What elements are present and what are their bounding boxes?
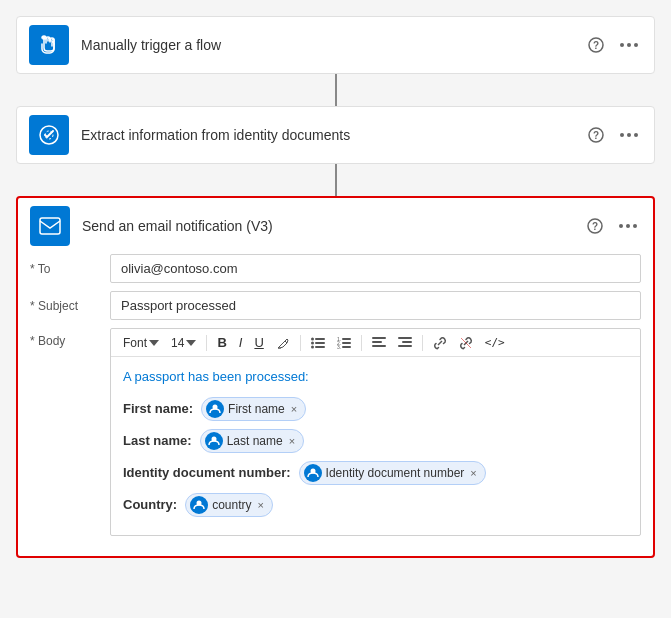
- id-number-label: Identity document number:: [123, 465, 291, 480]
- svg-rect-23: [315, 342, 325, 344]
- svg-rect-25: [315, 346, 325, 348]
- subject-input[interactable]: [110, 291, 641, 320]
- last-name-tag-label: Last name: [227, 434, 283, 448]
- svg-rect-31: [342, 346, 351, 348]
- svg-rect-33: [372, 341, 382, 343]
- country-row: Country: country ×: [123, 493, 628, 517]
- extract-card-actions: ?: [584, 123, 642, 147]
- svg-point-10: [620, 133, 624, 137]
- last-name-tag[interactable]: Last name ×: [200, 429, 304, 453]
- toolbar-divider-3: [361, 335, 362, 351]
- font-size-selector[interactable]: 14: [167, 334, 200, 352]
- body-label: * Body: [30, 328, 110, 348]
- svg-point-17: [626, 224, 630, 228]
- svg-point-11: [627, 133, 631, 137]
- svg-point-12: [634, 133, 638, 137]
- svg-rect-21: [315, 338, 325, 340]
- extract-info-title: Extract information from identity docume…: [81, 127, 584, 143]
- font-dropdown-icon: [149, 340, 159, 346]
- svg-text:?: ?: [593, 40, 599, 51]
- email-help-button[interactable]: ?: [583, 214, 607, 238]
- svg-point-22: [311, 341, 314, 344]
- country-tag-close[interactable]: ×: [258, 499, 264, 511]
- svg-point-4: [627, 43, 631, 47]
- svg-rect-32: [372, 337, 386, 339]
- svg-text:?: ?: [593, 130, 599, 141]
- id-number-tag[interactable]: Identity document number ×: [299, 461, 486, 485]
- to-label: * To: [30, 254, 110, 276]
- id-number-tag-close[interactable]: ×: [470, 467, 476, 479]
- id-number-tag-label: Identity document number: [326, 466, 465, 480]
- underline-button[interactable]: U: [250, 333, 267, 352]
- first-name-tag-close[interactable]: ×: [291, 403, 297, 415]
- id-number-row: Identity document number: Identity docu: [123, 461, 628, 485]
- last-name-label: Last name:: [123, 433, 192, 448]
- svg-rect-37: [398, 345, 412, 347]
- to-input[interactable]: [110, 254, 641, 283]
- body-row: * Body Font 14: [30, 328, 641, 536]
- last-name-tag-icon: [205, 432, 223, 450]
- send-email-title: Send an email notification (V3): [82, 218, 583, 234]
- last-name-tag-close[interactable]: ×: [289, 435, 295, 447]
- toolbar-divider-4: [422, 335, 423, 351]
- email-card-icon: [30, 206, 70, 246]
- more-button[interactable]: [616, 39, 642, 51]
- extract-icon: [29, 115, 69, 155]
- highlight-button[interactable]: [272, 334, 294, 352]
- svg-text:?: ?: [592, 221, 598, 232]
- manual-trigger-title: Manually trigger a flow: [81, 37, 584, 53]
- first-name-tag-label: First name: [228, 402, 285, 416]
- extract-help-button[interactable]: ?: [584, 123, 608, 147]
- font-selector[interactable]: Font: [119, 334, 163, 352]
- email-card-actions: ?: [583, 214, 641, 238]
- toolbar-divider-1: [206, 335, 207, 351]
- svg-point-16: [619, 224, 623, 228]
- flow-container: Manually trigger a flow ?: [16, 16, 655, 558]
- svg-rect-36: [402, 341, 412, 343]
- first-name-tag-icon: [206, 400, 224, 418]
- code-button[interactable]: </>: [481, 334, 509, 351]
- svg-point-18: [633, 224, 637, 228]
- unlink-button[interactable]: [455, 334, 477, 352]
- extract-more-button[interactable]: [616, 129, 642, 141]
- align-right-button[interactable]: [394, 335, 416, 351]
- intro-line: A passport has been processed:: [123, 367, 628, 387]
- numbered-list-button[interactable]: 1. 2. 3.: [333, 335, 355, 351]
- email-form-body: * To * Subject * Body Font: [18, 254, 653, 556]
- to-row: * To: [30, 254, 641, 283]
- align-left-button[interactable]: [368, 335, 390, 351]
- card-actions: ?: [584, 33, 642, 57]
- font-size-dropdown-icon: [186, 340, 196, 346]
- bold-button[interactable]: B: [213, 333, 230, 352]
- country-tag[interactable]: country ×: [185, 493, 273, 517]
- font-label: Font: [123, 336, 147, 350]
- svg-rect-29: [342, 342, 351, 344]
- body-editor: Font 14: [110, 328, 641, 536]
- last-name-row: Last name: Last name: [123, 429, 628, 453]
- svg-rect-35: [398, 337, 412, 339]
- first-name-row: First name: First name: [123, 397, 628, 421]
- svg-rect-27: [342, 338, 351, 340]
- country-label: Country:: [123, 497, 177, 512]
- svg-rect-13: [40, 218, 60, 234]
- editor-content[interactable]: A passport has been processed: First nam…: [111, 357, 640, 535]
- svg-point-24: [311, 345, 314, 348]
- italic-button[interactable]: I: [235, 333, 247, 352]
- country-tag-icon: [190, 496, 208, 514]
- link-button[interactable]: [429, 334, 451, 352]
- send-email-card: Send an email notification (V3) ?: [16, 196, 655, 558]
- arrow-2: [335, 164, 337, 196]
- first-name-tag[interactable]: First name ×: [201, 397, 306, 421]
- manual-trigger-card: Manually trigger a flow ?: [16, 16, 655, 74]
- font-size-value: 14: [171, 336, 184, 350]
- extract-info-card: Extract information from identity docume…: [16, 106, 655, 164]
- help-button[interactable]: ?: [584, 33, 608, 57]
- editor-toolbar: Font 14: [111, 329, 640, 357]
- bullet-list-button[interactable]: [307, 335, 329, 351]
- toolbar-divider-2: [300, 335, 301, 351]
- email-more-button[interactable]: [615, 220, 641, 232]
- svg-point-20: [311, 337, 314, 340]
- manual-trigger-icon: [29, 25, 69, 65]
- svg-point-3: [620, 43, 624, 47]
- svg-point-5: [634, 43, 638, 47]
